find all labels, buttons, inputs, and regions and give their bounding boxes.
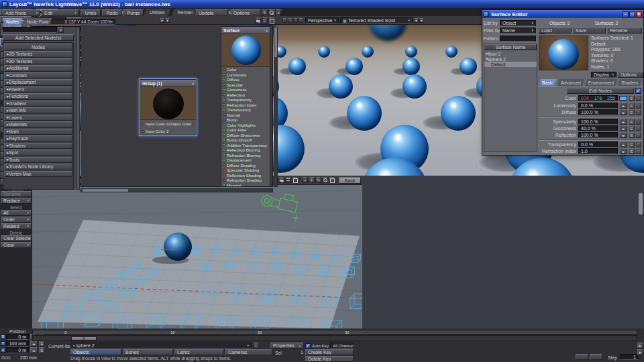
node-category-additional[interactable]: ▸ Additional [4,65,72,72]
edit-button[interactable]: Edit▾ [42,9,79,16]
node-category-3d-textures[interactable]: ▸ 3D Textures [4,58,72,65]
rename-button[interactable]: Rename [607,27,642,34]
param-nudge-specularity[interactable]: ◂▸ [619,119,627,125]
frame-slider[interactable]: 0 [32,335,637,341]
camera-icon[interactable] [255,17,261,23]
node-category-vertex-map[interactable]: ▸ Vertex Map [4,171,72,178]
color-swatch[interactable] [619,96,627,101]
item-info-button[interactable]: i [253,343,259,349]
input-connector[interactable] [223,78,225,81]
param-nudge-refraction-index[interactable]: ◂▸ [619,148,627,154]
viewport-dropdown-arrows[interactable]: ▾ ▾ [414,18,424,23]
axis-z-toggle[interactable]: Z [1,348,5,353]
rotate-icon[interactable]: ↻ [315,177,321,183]
position-x-field[interactable]: 0 m [6,334,29,340]
param-nudge-reflection[interactable]: ◂▸ [619,132,627,138]
param-envelope-refraction-index[interactable]: E [629,148,635,154]
next-frame-button[interactable] [590,354,602,360]
right-shading-mode-dropdown[interactable]: ▦ Textured Shaded Solid ▾ [340,17,413,23]
right-view-type-dropdown[interactable]: Perspective ▾ [305,17,339,23]
node-category-layers[interactable]: ▸ Layers [4,115,72,121]
add-selected-nodes-button[interactable]: Add Selected Node(s) [3,34,74,41]
chevron-down-icon[interactable]: ▾ [419,18,424,23]
frame-slider-handle[interactable]: 0 [71,337,97,341]
sidebar-item-clear-selected[interactable]: Clear Selected [1,235,32,241]
chevron-down-icon[interactable]: ▾ [414,18,419,23]
node-category-trueart-s-node-library[interactable]: ▸ TrueArt's Node Library [4,164,72,170]
node-category-fiberfx[interactable]: ▸ FiberFX [4,86,72,93]
mode-objects-button[interactable]: Objects [70,349,121,355]
properties-button[interactable]: Properties ▸ [270,343,304,349]
param-nudge-glossiness[interactable]: ◂▸ [619,125,627,131]
current-item-dropdown[interactable]: • sphere 2 ▾ [70,343,252,349]
param-envelope-diffuse[interactable]: E [629,109,635,115]
input-connector[interactable] [223,169,225,172]
group-node[interactable]: Group (1) ▴ Input Color 1Output ColorInp… [140,79,197,135]
param-field-transparency[interactable]: 0.0 % [578,141,618,147]
display-dropdown[interactable]: Display ▾ [591,72,616,78]
param-field-luminosity[interactable]: 0.0 % [578,103,618,109]
chevron-down-icon[interactable]: ▾ [160,18,164,23]
input-connector[interactable] [223,139,225,141]
input-connector[interactable] [223,149,225,152]
input-connector[interactable] [223,174,225,176]
bottom-right-viewport[interactable] [362,176,644,328]
param-envelope-specularity[interactable]: E [629,119,635,125]
input-connector[interactable] [223,113,225,116]
move-icon[interactable]: ✛ [309,177,315,183]
input-connector[interactable] [223,129,225,131]
minimize-icon[interactable]: – [623,11,629,17]
param-envelope-glossiness[interactable]: E [629,125,635,131]
surface-node-titlebar[interactable]: Surface ▴ [221,27,270,34]
edit-nodes-button[interactable]: Edit Nodes [567,88,634,94]
auto-key-channels-dropdown[interactable]: All Channels ▾ [330,343,354,349]
mode-lights-button[interactable]: Lights [174,349,224,355]
node-category-displacement[interactable]: ▸ Displacement [4,79,72,86]
mode-bones-button[interactable]: Bones [123,349,173,355]
tab-shaders[interactable]: Shaders [618,79,641,86]
sidebar-item-replace[interactable]: Replace▾ [1,198,32,204]
color-texture-button[interactable]: T [635,95,641,101]
node-category-materials[interactable]: ▸ Materials [4,121,72,128]
update-button[interactable]: Update [196,9,228,16]
position-z-envelope[interactable]: E [39,347,45,353]
input-connector[interactable] [223,73,225,76]
scrollbar-thumb[interactable] [639,193,643,215]
input-connector[interactable] [142,123,144,125]
param-texture-transparency[interactable]: T [635,141,641,147]
input-connector[interactable] [223,179,225,182]
redo-button[interactable]: Redo [102,9,122,16]
node-category-item-info[interactable]: ▸ Item Info [4,107,72,114]
zoom-icon[interactable] [322,177,328,183]
param-field-reflection[interactable]: 100.0 % [578,132,618,138]
input-connector[interactable] [223,119,225,121]
input-connector[interactable] [223,133,225,136]
options-button[interactable]: Options [618,72,643,78]
param-envelope-transparency[interactable]: E [629,141,635,147]
panel-splitter[interactable] [76,27,80,190]
step-field[interactable]: 1 [620,354,639,360]
sidebar-item-order[interactable]: Order▾ [1,217,32,223]
node-category-constant[interactable]: ▸ Constant [4,72,72,79]
layout-preset-icon[interactable] [282,18,287,23]
save-button[interactable]: Save [573,27,606,34]
param-texture-specularity[interactable]: T [635,119,641,125]
output-connector[interactable] [193,123,195,125]
node-category-tools[interactable]: ▸ Tools [4,157,72,164]
undo-button[interactable]: Undo [80,9,101,16]
collapse-icon[interactable]: ▴ [192,81,194,85]
tab-basic[interactable]: Basic [539,79,557,86]
menu-icon[interactable] [285,177,291,183]
surface-editor-titlebar[interactable]: Surface Editor – □ ✕ [482,10,643,18]
sidebar-item-rename[interactable]: Rename [1,191,32,197]
layout-preset-icon[interactable] [299,18,303,23]
param-field-glossiness[interactable]: 40.0 % [578,125,618,131]
sidebar-item-related[interactable]: Related▾ [1,223,32,229]
node-category-shaders[interactable]: ▸ Shaders [4,143,72,149]
tab-environment[interactable]: Environment [585,79,617,86]
zoom-icon[interactable] [268,9,274,15]
param-texture-glossiness[interactable]: T [635,125,641,131]
camera-icon[interactable] [278,177,284,183]
param-nudge-luminosity[interactable]: ◂▸ [619,103,627,109]
tab-advanced[interactable]: Advanced [557,79,584,86]
